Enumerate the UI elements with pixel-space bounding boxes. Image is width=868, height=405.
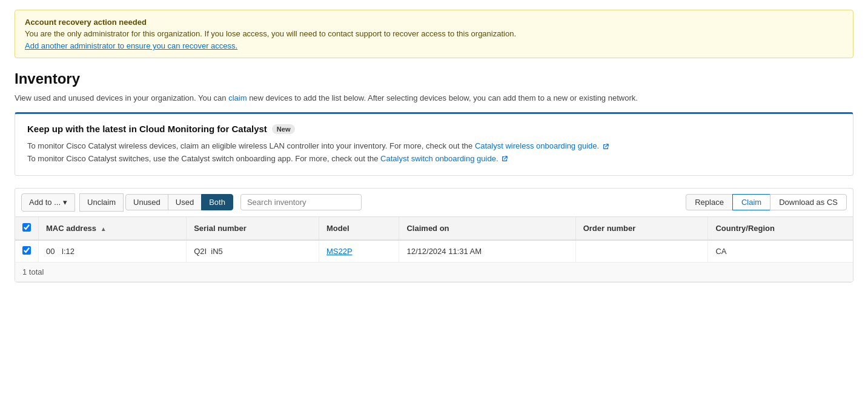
col-claimed-on[interactable]: Claimed on <box>399 217 575 240</box>
total-row: 1 total <box>15 262 853 281</box>
description-after: new devices to add the list below. After… <box>247 93 638 102</box>
filter-used-button[interactable]: Used <box>168 194 202 210</box>
account-recovery-alert: Account recovery action needed You are t… <box>15 10 853 58</box>
replace-button[interactable]: Replace <box>686 194 733 210</box>
page-title: Inventory <box>15 70 853 87</box>
description-before: View used and unused devices in your org… <box>15 93 228 102</box>
filter-group: Unused Used Both <box>125 194 233 210</box>
page-description: View used and unused devices in your org… <box>15 93 853 102</box>
filter-unused-button[interactable]: Unused <box>125 194 168 210</box>
claim-button[interactable]: Claim <box>732 194 770 210</box>
cell-claimed-on: 12/12/2024 11:31 AM <box>399 240 575 263</box>
row-checkbox[interactable] <box>22 246 31 255</box>
claim-link[interactable]: claim <box>228 93 247 102</box>
info-line1-before: To monitor Cisco Catalyst wireless devic… <box>27 141 475 150</box>
select-all-header[interactable] <box>15 217 39 240</box>
col-serial-number[interactable]: Serial number <box>187 217 319 240</box>
info-box-text: To monitor Cisco Catalyst wireless devic… <box>27 140 841 166</box>
table-row: 00 l:12 Q2I iN5 MS22P 12/12/2024 11:31 A… <box>15 240 853 263</box>
search-input[interactable] <box>240 194 362 210</box>
toolbar: Add to ... ▾ Unclaim Unused Used Both Re… <box>15 188 853 216</box>
cell-country: CA <box>708 240 853 263</box>
cell-order-number <box>575 240 708 263</box>
filter-both-button[interactable]: Both <box>201 194 233 210</box>
sort-arrow-icon: ▲ <box>101 226 107 232</box>
alert-link[interactable]: Add another administrator to ensure you … <box>25 41 237 50</box>
new-badge: New <box>272 124 296 134</box>
download-as-button[interactable]: Download as CS <box>770 194 847 210</box>
right-buttons: Replace Claim Download as CS <box>686 194 847 210</box>
col-model[interactable]: Model <box>319 217 399 240</box>
info-line2-before: To monitor Cisco Catalyst switches, use … <box>27 154 380 163</box>
cell-mac: 00 l:12 <box>39 240 187 263</box>
dropdown-arrow-icon: ▾ <box>63 197 67 208</box>
catalyst-wireless-guide-link[interactable]: Catalyst wireless onboarding guide. <box>475 141 609 150</box>
unclaim-button[interactable]: Unclaim <box>79 193 124 212</box>
cell-serial: Q2I iN5 <box>187 240 319 263</box>
col-mac-address[interactable]: MAC address ▲ <box>39 217 187 240</box>
info-box-title: Keep up with the latest in Cloud Monitor… <box>27 124 841 134</box>
catalyst-switch-guide-link[interactable]: Catalyst switch onboarding guide. <box>380 154 508 163</box>
col-country-region[interactable]: Country/Region <box>708 217 853 240</box>
cell-model: MS22P <box>319 240 399 263</box>
col-order-number[interactable]: Order number <box>575 217 708 240</box>
add-to-button[interactable]: Add to ... ▾ <box>21 193 75 212</box>
select-all-checkbox[interactable] <box>22 223 31 232</box>
inventory-table: MAC address ▲ Serial number Model Claime… <box>15 217 853 282</box>
table-header-row: MAC address ▲ Serial number Model Claime… <box>15 217 853 240</box>
total-count: 1 total <box>15 262 853 281</box>
inventory-table-wrapper: MAC address ▲ Serial number Model Claime… <box>15 216 853 283</box>
alert-body: You are the only administrator for this … <box>25 29 843 38</box>
alert-title: Account recovery action needed <box>25 18 843 27</box>
info-box: Keep up with the latest in Cloud Monitor… <box>15 112 853 176</box>
row-checkbox-cell[interactable] <box>15 240 39 263</box>
